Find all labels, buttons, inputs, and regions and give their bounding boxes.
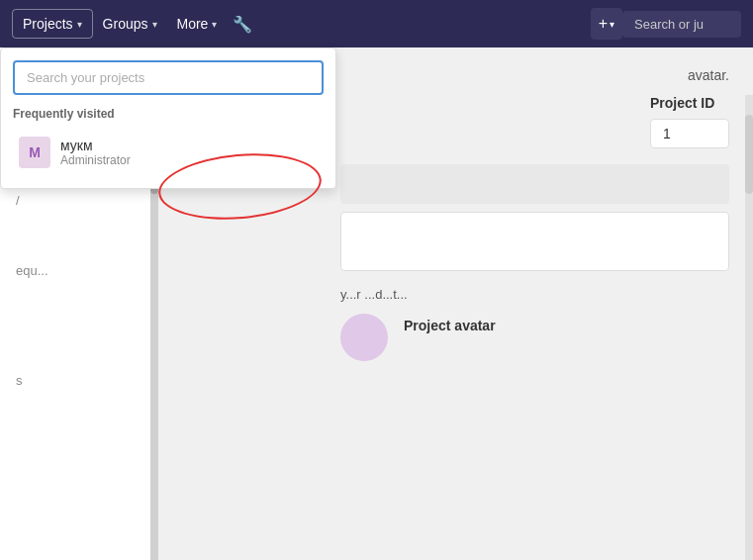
wrench-icon[interactable]: 🔧 (227, 9, 258, 40)
input-placeholder-bar (340, 164, 729, 204)
frequently-visited-label: Frequently visited (13, 107, 324, 121)
search-projects-input[interactable] (13, 60, 324, 95)
groups-label: Groups (103, 16, 148, 32)
more-chevron-icon: ▾ (212, 19, 217, 30)
right-scrollbar-thumb[interactable] (745, 115, 753, 194)
sidebar-partial-text-2: / (0, 185, 157, 216)
top-navbar: Projects ▾ Groups ▾ More ▾ 🔧 + ▾ (0, 0, 753, 47)
project-large-avatar (340, 314, 388, 361)
global-search-input[interactable] (622, 11, 741, 38)
project-avatar-section: Project avatar (340, 314, 729, 361)
project-avatar-letter: M (19, 137, 50, 168)
sidebar-partial-text-3: equ... (0, 255, 157, 286)
projects-dropdown: Frequently visited M мукм Administrator (0, 47, 336, 189)
groups-chevron-icon: ▾ (152, 19, 157, 30)
project-id-value: 1 (650, 119, 729, 148)
projects-label: Projects (23, 16, 73, 32)
main-content: Your projects Starred projects Explore p… (0, 47, 753, 560)
bottom-section: y...r ...d...t... Project avatar (340, 287, 729, 361)
right-scrollbar[interactable] (745, 95, 753, 560)
project-id-label: Project ID (650, 95, 729, 111)
text-area-placeholder[interactable] (340, 212, 729, 271)
plus-chevron-icon: ▾ (610, 19, 614, 30)
project-list-item[interactable]: M мукм Administrator (13, 129, 324, 176)
project-avatar-label: Project avatar (404, 318, 496, 333)
projects-nav-item[interactable]: Projects ▾ (12, 9, 93, 39)
groups-nav-item[interactable]: Groups ▾ (93, 10, 167, 38)
more-nav-item[interactable]: More ▾ (167, 10, 228, 38)
projects-chevron-icon: ▾ (77, 19, 82, 30)
right-content-area: avatar. Project ID 1 y...r ...d...t... P… (317, 47, 753, 560)
bottom-partial-text: y...r ...d...t... (340, 287, 729, 302)
plus-icon: + (599, 15, 608, 33)
project-name: мукм (60, 138, 131, 153)
project-role: Administrator (60, 153, 131, 167)
project-info: мукм Administrator (60, 138, 131, 167)
new-item-button[interactable]: + ▾ (591, 8, 622, 40)
sidebar-partial-text-4: s (0, 365, 157, 396)
more-label: More (177, 16, 209, 32)
avatar-text: avatar. (688, 67, 729, 83)
